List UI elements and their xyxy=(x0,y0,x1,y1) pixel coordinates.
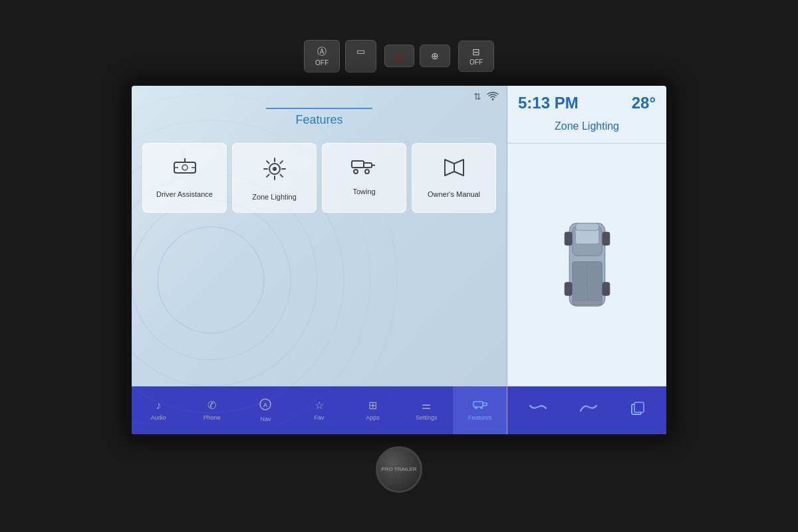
zone-lighting-title: Zone Lighting xyxy=(507,118,666,144)
right-header: 5:13 PM 28° xyxy=(507,86,666,118)
features-nav-icon xyxy=(473,400,487,412)
svg-rect-45 xyxy=(602,283,610,296)
svg-rect-24 xyxy=(352,161,364,168)
phys-btn-screen[interactable]: ▭ xyxy=(345,40,376,72)
settings-label: Settings xyxy=(416,414,438,421)
driver-assistance-label: Driver Assistance xyxy=(156,190,213,199)
svg-line-22 xyxy=(280,161,283,164)
nav-icon: A xyxy=(259,398,271,413)
settings-icon: ⚌ xyxy=(422,399,431,412)
features-underline xyxy=(266,108,372,109)
svg-rect-43 xyxy=(602,232,610,245)
phys-btn-hazard[interactable]: △ xyxy=(384,45,414,67)
apps-label: Apps xyxy=(366,414,380,421)
physical-buttons-row: Ⓐ OFF ▭ △ ⊕ ⊟ OFF xyxy=(304,40,494,72)
right-bottom-nav xyxy=(507,386,666,434)
svg-rect-25 xyxy=(364,163,372,168)
fav-icon: ☆ xyxy=(315,399,324,412)
svg-rect-32 xyxy=(473,402,483,407)
svg-point-28 xyxy=(365,170,369,174)
nav-item-phone[interactable]: ✆ Phone xyxy=(186,386,239,434)
svg-rect-48 xyxy=(634,402,644,412)
nav-item-features[interactable]: Features xyxy=(453,386,507,434)
infotainment-screen: ⇅ Features xyxy=(126,80,672,440)
dashboard-bezel: Ⓐ OFF ▭ △ ⊕ ⊟ OFF xyxy=(0,0,798,532)
svg-rect-41 xyxy=(572,300,601,305)
right-nav-wave-up[interactable] xyxy=(574,396,603,424)
phys-btn-trailer[interactable]: ⊟ OFF xyxy=(458,41,494,72)
fav-label: Fav xyxy=(315,414,325,421)
zone-lighting-label: Zone Lighting xyxy=(252,192,297,201)
wifi-icon xyxy=(487,91,499,102)
dash-controls: PRO TRAILER xyxy=(376,446,422,493)
towing-label: Towing xyxy=(352,187,375,196)
nav-label: Nav xyxy=(260,416,271,422)
knob-label: PRO TRAILER xyxy=(381,466,416,473)
nav-item-audio[interactable]: ♪ Audio xyxy=(132,386,186,434)
svg-point-34 xyxy=(475,406,477,409)
right-nav-wave-down[interactable] xyxy=(523,396,553,424)
svg-line-23 xyxy=(267,174,269,177)
phone-label: Phone xyxy=(203,414,221,421)
signal-icon: ⇅ xyxy=(473,91,481,102)
audio-icon: ♪ xyxy=(156,400,161,412)
features-title-area: Features xyxy=(132,108,507,138)
svg-text:A: A xyxy=(263,402,268,408)
svg-rect-44 xyxy=(565,283,572,296)
pro-trailer-knob[interactable]: PRO TRAILER xyxy=(376,446,422,493)
phone-icon: ✆ xyxy=(207,399,216,412)
bottom-nav: ♪ Audio ✆ Phone A Nav xyxy=(132,386,507,434)
temperature-display: 28° xyxy=(632,94,656,112)
features-title: Features xyxy=(295,113,342,127)
towing-icon xyxy=(351,157,378,179)
nav-item-nav[interactable]: A Nav xyxy=(239,386,293,434)
off-a-icon: Ⓐ xyxy=(317,46,327,58)
truck-top-view xyxy=(554,211,620,318)
camera-icon: ⊕ xyxy=(431,51,439,61)
features-nav-label: Features xyxy=(468,414,492,421)
left-top-bar: ⇅ xyxy=(132,86,507,108)
trailer-label: OFF xyxy=(469,59,483,66)
screen-icon: ▭ xyxy=(356,46,365,57)
svg-point-27 xyxy=(354,170,358,174)
feature-zone-lighting[interactable]: Zone Lighting xyxy=(232,143,317,213)
feature-driver-assistance[interactable]: Driver Assistance xyxy=(142,143,227,213)
nav-item-fav[interactable]: ☆ Fav xyxy=(293,386,346,434)
svg-rect-33 xyxy=(483,403,487,406)
zone-lighting-icon xyxy=(263,157,287,184)
trailer-icon: ⊟ xyxy=(472,47,480,57)
hazard-icon: △ xyxy=(396,51,403,61)
audio-label: Audio xyxy=(151,414,166,421)
svg-point-35 xyxy=(480,406,483,409)
left-panel: ⇅ Features xyxy=(132,86,507,434)
svg-line-20 xyxy=(267,161,269,164)
feature-grid: Driver Assistance xyxy=(132,138,507,218)
svg-rect-42 xyxy=(565,232,572,245)
phys-btn-group-center: △ ⊕ xyxy=(384,45,450,67)
svg-point-11 xyxy=(182,165,188,170)
right-panel: 5:13 PM 28° Zone Lighting xyxy=(507,86,666,434)
driver-assistance-icon xyxy=(173,157,197,182)
nav-item-apps[interactable]: ⊞ Apps xyxy=(346,386,400,434)
apps-icon: ⊞ xyxy=(368,399,377,412)
time-display: 5:13 PM xyxy=(518,94,579,112)
feature-towing[interactable]: Towing xyxy=(322,143,406,213)
svg-rect-39 xyxy=(575,223,599,231)
svg-point-15 xyxy=(273,167,277,171)
svg-point-8 xyxy=(492,98,494,100)
phys-btn-group-left: Ⓐ OFF ▭ xyxy=(304,40,376,72)
phys-btn-camera[interactable]: ⊕ xyxy=(420,45,450,67)
phys-btn-group-right: ⊟ OFF xyxy=(458,41,494,72)
off-a-label: OFF xyxy=(315,59,329,66)
phys-btn-off-a[interactable]: Ⓐ OFF xyxy=(304,40,340,72)
right-nav-copy[interactable] xyxy=(625,396,650,424)
owners-manual-label: Owner's Manual xyxy=(428,190,480,199)
nav-item-settings[interactable]: ⚌ Settings xyxy=(400,386,454,434)
svg-point-1 xyxy=(132,200,291,360)
feature-owners-manual[interactable]: Owner's Manual xyxy=(412,143,496,213)
svg-line-21 xyxy=(280,174,283,177)
owners-manual-icon xyxy=(442,157,466,182)
svg-rect-38 xyxy=(575,229,599,244)
svg-point-0 xyxy=(158,227,264,333)
status-icons: ⇅ xyxy=(473,91,499,102)
